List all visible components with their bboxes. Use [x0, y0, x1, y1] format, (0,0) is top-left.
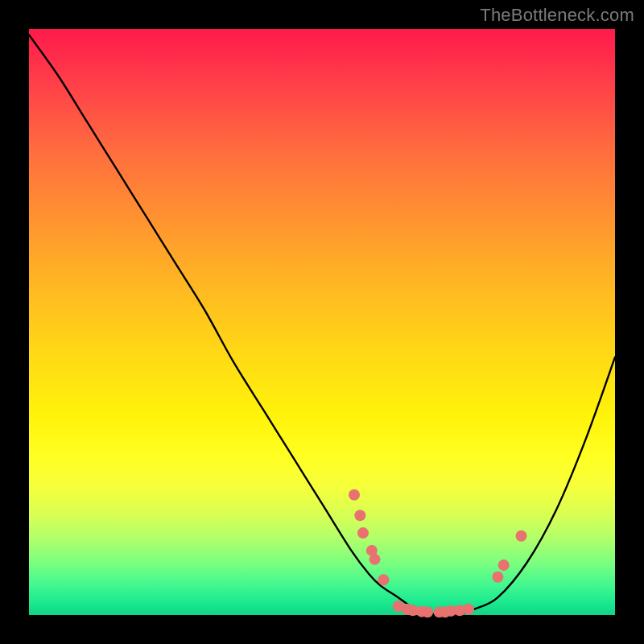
data-points [349, 489, 526, 618]
data-point [378, 574, 389, 585]
data-point [349, 489, 360, 501]
data-point [498, 559, 510, 571]
data-point [516, 530, 527, 542]
bottleneck-curve [29, 35, 615, 616]
data-point [463, 604, 474, 615]
data-point [369, 554, 381, 565]
curve-svg [29, 29, 615, 615]
watermark-text: TheBottleneck.com [480, 5, 634, 26]
chart-frame: TheBottleneck.com [0, 0, 644, 644]
data-point [357, 527, 369, 539]
plot-area [29, 29, 615, 615]
data-point [422, 606, 433, 617]
data-point [492, 572, 503, 583]
data-point [354, 510, 365, 521]
